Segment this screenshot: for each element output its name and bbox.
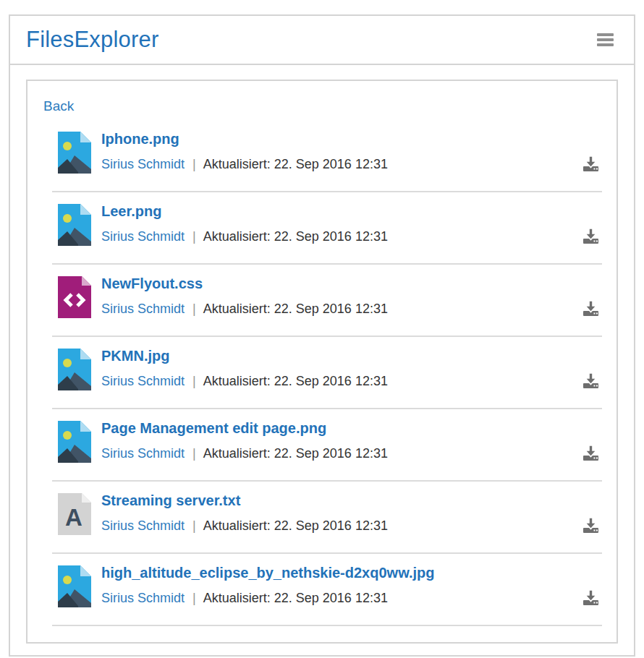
download-button[interactable] (580, 228, 602, 244)
back-link[interactable]: Back (43, 98, 74, 114)
file-row: NewFlyout.css Sirius Schmidt | Aktualisi… (52, 265, 602, 337)
file-name-link[interactable]: Iphone.png (101, 130, 179, 148)
file-meta: Sirius Schmidt | Aktualisiert: 22. Sep 2… (101, 301, 388, 317)
file-updated-text: Aktualisiert: 22. Sep 2016 12:31 (203, 446, 388, 461)
file-info: PKMN.jpg Sirius Schmidt | Aktualisiert: … (101, 346, 388, 389)
file-row: A Streaming server.txt Sirius Schmidt | … (52, 482, 602, 554)
file-row: Leer.png Sirius Schmidt | Aktualisiert: … (52, 192, 602, 265)
meta-separator: | (192, 374, 196, 388)
file-meta: Sirius Schmidt | Aktualisiert: 22. Sep 2… (101, 228, 388, 244)
image-file-icon (58, 132, 91, 174)
image-file-icon (58, 565, 91, 607)
download-button[interactable] (580, 300, 602, 317)
file-meta: Sirius Schmidt | Aktualisiert: 22. Sep 2… (101, 156, 388, 172)
file-name-link[interactable]: Streaming server.txt (101, 492, 240, 509)
download-icon (581, 308, 601, 319)
download-button[interactable] (580, 155, 602, 172)
file-updated-text: Aktualisiert: 22. Sep 2016 12:31 (203, 157, 388, 171)
meta-separator: | (192, 446, 196, 461)
meta-separator: | (192, 229, 196, 244)
file-info: high_altitude_eclipse_by_nethskie-d2xq0w… (101, 563, 435, 606)
file-meta: Sirius Schmidt | Aktualisiert: 22. Sep 2… (101, 373, 388, 389)
file-info: Streaming server.txt Sirius Schmidt | Ak… (101, 490, 388, 534)
hamburger-icon (597, 33, 614, 36)
download-icon (581, 453, 601, 463)
image-file-icon (58, 204, 91, 246)
text-file-icon: A (58, 493, 91, 535)
meta-separator: | (192, 302, 196, 316)
file-meta: Sirius Schmidt | Aktualisiert: 22. Sep 2… (101, 590, 435, 606)
file-updated-text: Aktualisiert: 22. Sep 2016 12:31 (203, 591, 388, 605)
file-info: Page Management edit page.png Sirius Sch… (101, 418, 388, 461)
hamburger-icon (597, 43, 614, 46)
file-info: Leer.png Sirius Schmidt | Aktualisiert: … (101, 201, 388, 244)
file-owner-link[interactable]: Sirius Schmidt (101, 374, 185, 388)
svg-text:A: A (65, 504, 82, 531)
file-name-link[interactable]: high_altitude_eclipse_by_nethskie-d2xq0w… (101, 564, 435, 581)
file-updated-text: Aktualisiert: 22. Sep 2016 12:31 (203, 229, 388, 244)
file-row: PKMN.jpg Sirius Schmidt | Aktualisiert: … (52, 337, 602, 409)
file-row: high_altitude_eclipse_by_nethskie-d2xq0w… (52, 554, 602, 626)
hamburger-icon (597, 38, 614, 41)
download-icon (581, 163, 601, 174)
page-title: FilesExplorer (26, 27, 158, 53)
file-row: Iphone.png Sirius Schmidt | Aktualisiert… (52, 120, 602, 192)
image-file-icon (58, 349, 91, 390)
file-owner-link[interactable]: Sirius Schmidt (101, 518, 185, 533)
file-owner-link[interactable]: Sirius Schmidt (101, 302, 185, 316)
image-file-icon (58, 421, 91, 463)
file-info: NewFlyout.css Sirius Schmidt | Aktualisi… (101, 273, 388, 317)
file-info: Iphone.png Sirius Schmidt | Aktualisiert… (101, 129, 388, 172)
file-updated-text: Aktualisiert: 22. Sep 2016 12:31 (203, 518, 388, 533)
download-icon (581, 525, 601, 536)
file-name-link[interactable]: PKMN.jpg (101, 347, 169, 364)
file-name-link[interactable]: Page Management edit page.png (101, 419, 326, 437)
meta-separator: | (192, 591, 196, 605)
download-icon (581, 597, 601, 608)
download-icon (581, 236, 601, 247)
code-file-icon (58, 276, 91, 318)
file-list: Iphone.png Sirius Schmidt | Aktualisiert… (52, 120, 602, 626)
file-meta: Sirius Schmidt | Aktualisiert: 22. Sep 2… (101, 445, 388, 461)
download-icon (581, 380, 601, 391)
app-header: FilesExplorer (10, 16, 634, 65)
file-name-link[interactable]: Leer.png (101, 202, 161, 220)
file-updated-text: Aktualisiert: 22. Sep 2016 12:31 (203, 302, 388, 316)
download-button[interactable] (580, 517, 602, 534)
download-button[interactable] (580, 589, 602, 606)
file-row: Page Management edit page.png Sirius Sch… (52, 409, 602, 482)
file-owner-link[interactable]: Sirius Schmidt (101, 591, 185, 605)
file-updated-text: Aktualisiert: 22. Sep 2016 12:31 (203, 374, 388, 388)
file-owner-link[interactable]: Sirius Schmidt (101, 229, 185, 244)
file-list-panel: Back Iphone.png Sirius Schmidt | Aktuali… (26, 80, 618, 644)
meta-separator: | (192, 157, 196, 171)
meta-separator: | (192, 518, 196, 533)
hamburger-menu-button[interactable] (596, 32, 615, 48)
file-owner-link[interactable]: Sirius Schmidt (101, 157, 185, 171)
file-name-link[interactable]: NewFlyout.css (101, 275, 203, 292)
download-button[interactable] (580, 372, 602, 389)
file-owner-link[interactable]: Sirius Schmidt (101, 446, 185, 461)
file-meta: Sirius Schmidt | Aktualisiert: 22. Sep 2… (101, 518, 388, 534)
download-button[interactable] (580, 445, 602, 461)
files-explorer-window: FilesExplorer Back Iphone.png Sirius Sch… (9, 14, 635, 657)
